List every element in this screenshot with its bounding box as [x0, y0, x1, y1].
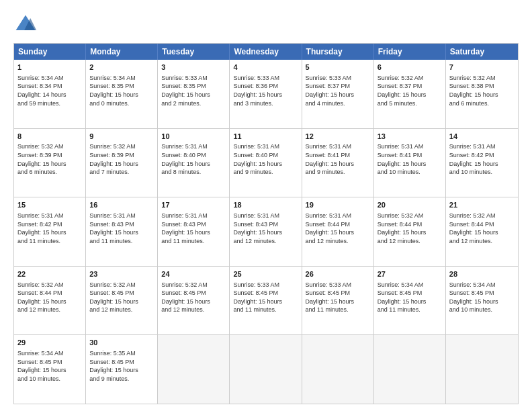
- day-cell-9: 9Sunrise: 5:32 AM Sunset: 8:39 PM Daylig…: [86, 129, 158, 197]
- day-info: Sunrise: 5:34 AM Sunset: 8:45 PM Dayligh…: [378, 281, 442, 314]
- logo: [13, 12, 40, 36]
- day-number: 13: [378, 132, 442, 142]
- day-cell-12: 12Sunrise: 5:31 AM Sunset: 8:41 PM Dayli…: [302, 129, 374, 197]
- logo-icon: [13, 12, 38, 36]
- day-number: 19: [306, 200, 370, 210]
- day-cell-15: 15Sunrise: 5:31 AM Sunset: 8:42 PM Dayli…: [14, 197, 86, 266]
- day-number: 11: [233, 132, 298, 142]
- calendar-row-4: 29Sunrise: 5:34 AM Sunset: 8:45 PM Dayli…: [14, 334, 518, 404]
- day-info: Sunrise: 5:35 AM Sunset: 8:45 PM Dayligh…: [89, 349, 154, 383]
- calendar: SundayMondayTuesdayWednesdayThursdayFrid…: [13, 43, 519, 404]
- day-info: Sunrise: 5:31 AM Sunset: 8:43 PM Dayligh…: [89, 212, 154, 245]
- day-number: 26: [306, 269, 370, 279]
- day-number: 17: [161, 200, 226, 210]
- weekday-header-sunday: Sunday: [14, 44, 86, 60]
- day-info: Sunrise: 5:32 AM Sunset: 8:39 PM Dayligh…: [17, 142, 82, 176]
- weekday-header-saturday: Saturday: [446, 44, 518, 60]
- day-cell-4: 4Sunrise: 5:33 AM Sunset: 8:36 PM Daylig…: [230, 60, 302, 128]
- day-cell-29: 29Sunrise: 5:34 AM Sunset: 8:45 PM Dayli…: [14, 335, 86, 404]
- day-info: Sunrise: 5:31 AM Sunset: 8:41 PM Dayligh…: [306, 142, 370, 176]
- day-cell-13: 13Sunrise: 5:31 AM Sunset: 8:41 PM Dayli…: [374, 129, 446, 197]
- day-number: 29: [17, 338, 82, 348]
- calendar-row-0: 1Sunrise: 5:34 AM Sunset: 8:34 PM Daylig…: [14, 60, 518, 128]
- day-cell-25: 25Sunrise: 5:33 AM Sunset: 8:45 PM Dayli…: [230, 267, 302, 335]
- day-cell-24: 24Sunrise: 5:32 AM Sunset: 8:45 PM Dayli…: [158, 267, 230, 335]
- day-cell-empty-4-3: [230, 335, 302, 404]
- day-number: 25: [233, 269, 298, 279]
- day-cell-6: 6Sunrise: 5:32 AM Sunset: 8:37 PM Daylig…: [374, 60, 446, 128]
- day-number: 2: [89, 62, 154, 73]
- day-info: Sunrise: 5:32 AM Sunset: 8:44 PM Dayligh…: [449, 212, 515, 245]
- day-cell-21: 21Sunrise: 5:32 AM Sunset: 8:44 PM Dayli…: [446, 197, 518, 266]
- day-info: Sunrise: 5:31 AM Sunset: 8:44 PM Dayligh…: [306, 212, 370, 245]
- day-cell-22: 22Sunrise: 5:32 AM Sunset: 8:44 PM Dayli…: [14, 267, 86, 335]
- weekday-header-friday: Friday: [374, 44, 446, 60]
- day-number: 15: [17, 200, 82, 210]
- day-info: Sunrise: 5:34 AM Sunset: 8:45 PM Dayligh…: [17, 349, 82, 383]
- day-number: 20: [378, 200, 442, 210]
- day-info: Sunrise: 5:33 AM Sunset: 8:45 PM Dayligh…: [233, 281, 298, 314]
- day-cell-30: 30Sunrise: 5:35 AM Sunset: 8:45 PM Dayli…: [86, 335, 158, 404]
- calendar-row-2: 15Sunrise: 5:31 AM Sunset: 8:42 PM Dayli…: [14, 197, 518, 266]
- day-cell-empty-4-2: [158, 335, 230, 404]
- day-info: Sunrise: 5:34 AM Sunset: 8:34 PM Dayligh…: [17, 74, 82, 107]
- day-info: Sunrise: 5:31 AM Sunset: 8:40 PM Dayligh…: [233, 142, 298, 176]
- day-cell-14: 14Sunrise: 5:31 AM Sunset: 8:42 PM Dayli…: [446, 129, 518, 197]
- calendar-row-3: 22Sunrise: 5:32 AM Sunset: 8:44 PM Dayli…: [14, 266, 518, 335]
- day-number: 1: [17, 62, 82, 73]
- day-number: 23: [89, 269, 154, 279]
- day-cell-2: 2Sunrise: 5:34 AM Sunset: 8:35 PM Daylig…: [86, 60, 158, 128]
- weekday-header-monday: Monday: [86, 44, 158, 60]
- day-info: Sunrise: 5:32 AM Sunset: 8:45 PM Dayligh…: [161, 281, 226, 314]
- weekday-header-tuesday: Tuesday: [158, 44, 230, 60]
- day-number: 10: [161, 132, 226, 142]
- day-number: 24: [161, 269, 226, 279]
- page: SundayMondayTuesdayWednesdayThursdayFrid…: [0, 0, 532, 411]
- day-number: 3: [161, 62, 226, 73]
- day-cell-8: 8Sunrise: 5:32 AM Sunset: 8:39 PM Daylig…: [14, 129, 86, 197]
- day-info: Sunrise: 5:31 AM Sunset: 8:42 PM Dayligh…: [449, 142, 515, 176]
- day-cell-1: 1Sunrise: 5:34 AM Sunset: 8:34 PM Daylig…: [14, 60, 86, 128]
- day-number: 27: [378, 269, 442, 279]
- day-number: 14: [449, 132, 515, 142]
- day-info: Sunrise: 5:32 AM Sunset: 8:44 PM Dayligh…: [378, 212, 442, 245]
- day-number: 21: [449, 200, 515, 210]
- calendar-header: SundayMondayTuesdayWednesdayThursdayFrid…: [14, 44, 518, 60]
- day-cell-19: 19Sunrise: 5:31 AM Sunset: 8:44 PM Dayli…: [302, 197, 374, 266]
- day-info: Sunrise: 5:33 AM Sunset: 8:37 PM Dayligh…: [306, 74, 370, 107]
- day-info: Sunrise: 5:32 AM Sunset: 8:45 PM Dayligh…: [89, 281, 154, 314]
- day-cell-3: 3Sunrise: 5:33 AM Sunset: 8:35 PM Daylig…: [158, 60, 230, 128]
- calendar-row-1: 8Sunrise: 5:32 AM Sunset: 8:39 PM Daylig…: [14, 128, 518, 197]
- day-number: 18: [233, 200, 298, 210]
- day-cell-7: 7Sunrise: 5:32 AM Sunset: 8:38 PM Daylig…: [446, 60, 518, 128]
- day-info: Sunrise: 5:34 AM Sunset: 8:35 PM Dayligh…: [89, 74, 154, 107]
- day-info: Sunrise: 5:31 AM Sunset: 8:43 PM Dayligh…: [233, 212, 298, 245]
- day-cell-empty-4-4: [302, 335, 374, 404]
- day-info: Sunrise: 5:32 AM Sunset: 8:38 PM Dayligh…: [449, 74, 515, 107]
- day-cell-empty-4-5: [374, 335, 446, 404]
- day-info: Sunrise: 5:33 AM Sunset: 8:45 PM Dayligh…: [306, 281, 370, 314]
- header: [13, 12, 519, 36]
- day-number: 4: [233, 62, 298, 73]
- day-number: 5: [306, 62, 370, 73]
- day-info: Sunrise: 5:33 AM Sunset: 8:35 PM Dayligh…: [161, 74, 226, 107]
- day-number: 28: [449, 269, 515, 279]
- day-info: Sunrise: 5:32 AM Sunset: 8:44 PM Dayligh…: [17, 281, 82, 314]
- day-info: Sunrise: 5:31 AM Sunset: 8:41 PM Dayligh…: [378, 142, 442, 176]
- day-cell-23: 23Sunrise: 5:32 AM Sunset: 8:45 PM Dayli…: [86, 267, 158, 335]
- day-number: 22: [17, 269, 82, 279]
- day-info: Sunrise: 5:31 AM Sunset: 8:43 PM Dayligh…: [161, 212, 226, 245]
- day-cell-20: 20Sunrise: 5:32 AM Sunset: 8:44 PM Dayli…: [374, 197, 446, 266]
- weekday-header-wednesday: Wednesday: [230, 44, 302, 60]
- day-info: Sunrise: 5:33 AM Sunset: 8:36 PM Dayligh…: [233, 74, 298, 107]
- day-info: Sunrise: 5:31 AM Sunset: 8:42 PM Dayligh…: [17, 212, 82, 245]
- day-cell-28: 28Sunrise: 5:34 AM Sunset: 8:45 PM Dayli…: [446, 267, 518, 335]
- day-cell-27: 27Sunrise: 5:34 AM Sunset: 8:45 PM Dayli…: [374, 267, 446, 335]
- day-number: 6: [378, 62, 442, 73]
- day-cell-5: 5Sunrise: 5:33 AM Sunset: 8:37 PM Daylig…: [302, 60, 374, 128]
- day-number: 8: [17, 132, 82, 142]
- day-info: Sunrise: 5:32 AM Sunset: 8:37 PM Dayligh…: [378, 74, 442, 107]
- day-cell-11: 11Sunrise: 5:31 AM Sunset: 8:40 PM Dayli…: [230, 129, 302, 197]
- day-cell-10: 10Sunrise: 5:31 AM Sunset: 8:40 PM Dayli…: [158, 129, 230, 197]
- day-number: 12: [306, 132, 370, 142]
